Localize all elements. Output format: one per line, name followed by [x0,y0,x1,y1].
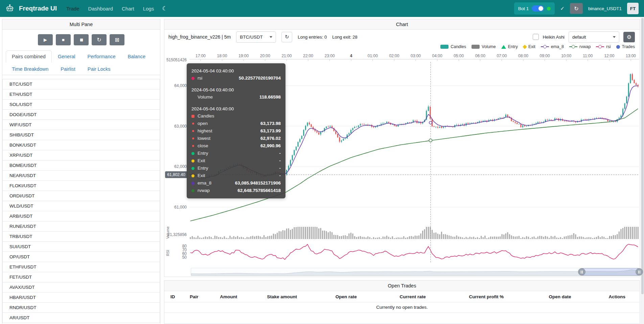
pair-item-ordi-usdt[interactable]: ORDI/USDT [2,191,160,201]
entry-marker-icon [501,45,506,49]
pair-item-near-usdt[interactable]: NEAR/USDT [2,170,160,181]
tab-time-breakdown[interactable]: Time Breakdown [6,63,54,75]
stop-button[interactable]: ■ [56,34,71,45]
heikin-ashi-label: Heikin Ashi [543,35,565,40]
nav-logs[interactable]: Logs [143,6,154,12]
pair-item-bonk-usdt[interactable]: BONK/USDT [2,140,160,150]
pair-item-trb-usdt[interactable]: TRB/USDT [2,231,160,242]
plot-config-select[interactable]: default [569,31,619,43]
tab-pair-locks[interactable]: Pair Locks [82,63,117,75]
pair-item-wld-usdt[interactable]: WLD/USDT [2,201,160,211]
force-exit-icon: ⊠ [115,37,119,43]
chart-panel-header: Chart [164,19,640,30]
long-entries-label: Long entries: 0 [298,35,327,40]
bot-selector[interactable]: Bot 1 [514,2,555,15]
multi-pane-panel: Multi Pane ▶■▮▮↻⊠ Pairs combinedGeneralP… [2,19,160,324]
pair-item-wif-usdt[interactable]: WIF/USDT [2,120,160,130]
tab-performance[interactable]: Performance [82,50,122,63]
pair-item-op-usdt[interactable]: OP/USDT [2,252,160,262]
series-marker-icon [191,182,194,185]
heikin-ashi-checkbox[interactable] [533,34,539,40]
exit-marker-icon [523,45,527,49]
svg-text:04:00: 04:00 [432,53,442,58]
legend-label: Volume [482,44,496,49]
tab-balance[interactable]: Balance [122,50,152,63]
pair-item-avax-usdt[interactable]: AVAX/USDT [2,282,160,293]
multi-pane-header: Multi Pane [2,19,160,30]
svg-text:4: 4 [350,53,352,58]
chevron-down-icon [613,36,616,38]
start-button[interactable]: ▶ [38,34,53,45]
legend-label: rvwap [579,44,591,49]
legend-volume[interactable]: Volume [472,44,496,49]
pair-item-floki-usdt[interactable]: FLOKI/USDT [2,180,160,191]
page-scrollbar[interactable] [641,17,644,324]
pair-item-ethfi-usdt[interactable]: ETHFI/USDT [2,262,160,272]
pair-item-rune-usdt[interactable]: RUNE/USDT [2,221,160,232]
pair-item-doge-usdt[interactable]: DOGE/USDT [2,109,160,120]
tooltip-timestamp: 2024-05-04 03:40:00 [191,67,281,74]
strategy-label: high_frog_binance_v226 | 5m [168,34,231,40]
datazoom-selection[interactable] [582,268,639,276]
trades-marker-icon [616,45,620,49]
svg-text:13:00: 13:00 [626,53,636,58]
pair-item-fet-usdt[interactable]: FET/USDT [2,272,160,282]
scrollbar-thumb[interactable] [641,18,644,294]
datazoom-slider[interactable] [191,268,639,276]
series-marker-icon [191,115,194,118]
theme-toggle-icon[interactable]: ☾ [162,5,167,12]
series-marker-icon [192,123,194,125]
pair-item-rndr-usdt[interactable]: RNDR/USDT [2,302,160,313]
pair-item-shib-usdt[interactable]: SHIB/USDT [2,130,160,140]
tooltip-row-rsi: rsi50.22577020190704 [191,74,281,82]
pair-item-bome-usdt[interactable]: BOME/USDT [2,160,160,171]
avatar[interactable]: FT [627,3,639,14]
legend-rsi[interactable]: rsi [596,44,611,49]
pair-item-ar-usdt[interactable]: AR/USDT [2,312,160,323]
pause-icon: ▮▮ [80,38,83,42]
nav-dashboard[interactable]: Dashboard [88,6,113,12]
pair-item-sui-usdt[interactable]: SUI/USDT [2,241,160,252]
reload-bot-button[interactable]: ↻ [570,3,583,14]
chart-toolbar-right: Heikin Ashi default ⚙ [533,31,636,43]
tab-pairlist[interactable]: Pairlist [54,63,82,75]
datazoom-right-handle[interactable] [636,268,643,276]
legend-exit[interactable]: Exit [523,44,535,49]
pair-item-sol-usdt[interactable]: SOL/USDT [2,99,160,110]
legend-entry[interactable]: Entry [501,44,518,49]
tab-pairs-combined[interactable]: Pairs combined [6,50,52,63]
open-trades-panel: Open Trades IDPairAmountStake amountOpen… [164,280,640,324]
toggle-knob [538,6,543,11]
pair-item-hbar-usdt[interactable]: HBAR/USDT [2,292,160,303]
pair-item-btc-usdt[interactable]: BTC/USDT [2,79,160,89]
force-exit-button[interactable]: ⊠ [110,34,124,45]
datazoom-preview [191,268,639,276]
reload-button[interactable]: ↻ [92,34,107,45]
legend-candles[interactable]: Candles [440,44,466,49]
svg-text:09:00: 09:00 [540,53,550,58]
legend-ema-8[interactable]: ema_8 [541,44,564,49]
datazoom-left-handle[interactable] [578,268,585,276]
svg-text:03:00: 03:00 [411,53,421,58]
nav-trade[interactable]: Trade [66,6,79,12]
tab-general[interactable]: General [52,50,82,63]
pair-item-xrp-usdt[interactable]: XRP/USDT [2,150,160,160]
legend-rvwap[interactable]: rvwap [569,44,591,49]
chart-refresh-button[interactable]: ↻ [281,32,292,42]
pair-item-eth-usdt[interactable]: ETH/USDT [2,89,160,100]
tooltip-row-close: close62,990.96 [191,142,281,150]
bot-toggle[interactable] [532,5,544,12]
pause-button[interactable]: ▮▮ [74,34,89,45]
legend-trades[interactable]: Trades [616,44,635,49]
tooltip-row-candles: Candles [191,112,281,120]
col-current-profit-: Current profit % [447,294,526,299]
pair-select-value: BTC/USDT [240,35,263,40]
pair-select[interactable]: BTC/USDT [236,31,276,43]
svg-text:62,000: 62,000 [174,164,187,169]
svg-text:60: 60 [182,251,187,256]
svg-text:12:00: 12:00 [604,53,614,58]
pair-item-arb-usdt[interactable]: ARB/USDT [2,211,160,221]
nav-chart[interactable]: Chart [122,6,134,12]
plot-settings-button[interactable]: ⚙ [623,32,635,42]
tooltip-row-exit: Exit- [191,172,281,179]
